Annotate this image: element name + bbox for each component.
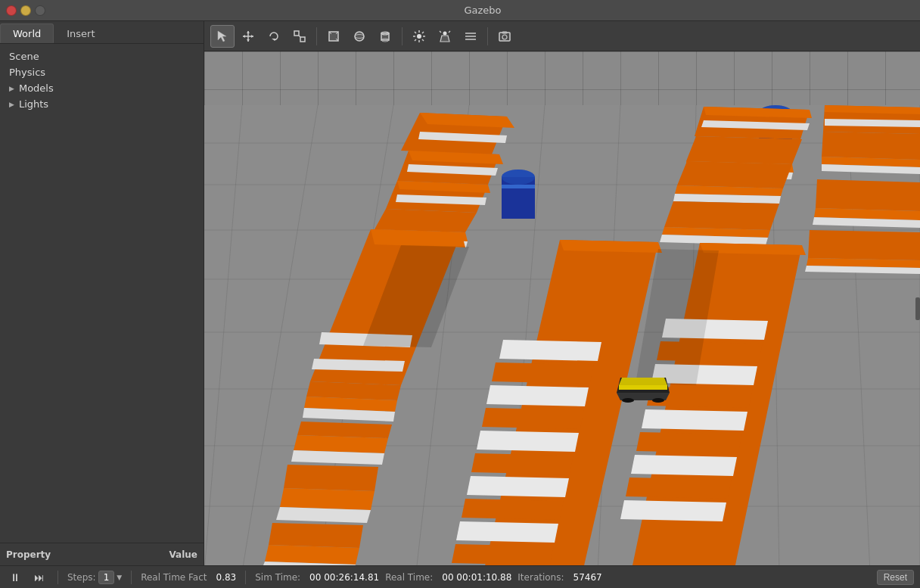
svg-line-27 — [422, 32, 424, 33]
svg-line-30 — [440, 31, 441, 33]
statusbar: ⏸ ⏭ Steps: 1 ▼ Real Time Fact 0.83 Sim T… — [0, 565, 920, 588]
svg-rect-9 — [300, 37, 305, 42]
svg-marker-128 — [452, 544, 554, 565]
tab-bar: World Insert — [0, 21, 204, 44]
sphere-tool-button[interactable] — [347, 25, 371, 48]
svg-point-146 — [622, 398, 634, 403]
svg-line-25 — [415, 32, 416, 33]
close-button[interactable] — [6, 5, 17, 16]
svg-marker-115 — [265, 545, 359, 565]
tree-item-lights[interactable]: Lights — [0, 96, 204, 112]
status-sep-2 — [131, 571, 132, 584]
app-title: Gazebo — [51, 5, 914, 16]
select-tool-button[interactable] — [210, 25, 235, 48]
svg-marker-111 — [284, 465, 378, 491]
property-col-header: Property — [6, 549, 169, 560]
svg-marker-125 — [467, 476, 569, 497]
point-light-button[interactable] — [407, 25, 431, 48]
value-col-header: Value — [169, 549, 197, 560]
svg-line-26 — [422, 39, 424, 41]
svg-marker-124 — [471, 453, 573, 474]
real-time-value: 00 00:01:10.88 — [442, 572, 511, 583]
sim-time-label: Sim Time: — [255, 572, 300, 583]
rotate-tool-button[interactable] — [262, 25, 286, 48]
iterations-value: 57467 — [573, 572, 602, 583]
tab-insert[interactable]: Insert — [54, 23, 107, 43]
translate-tool-button[interactable] — [236, 25, 260, 48]
svg-marker-137 — [631, 455, 737, 476]
svg-marker-89 — [816, 179, 920, 211]
svg-marker-6 — [251, 35, 253, 38]
status-sep-3 — [245, 571, 246, 584]
svg-marker-114 — [269, 523, 363, 548]
svg-marker-92 — [808, 230, 920, 260]
titlebar: Gazebo — [0, 0, 920, 21]
spot-light-button[interactable] — [433, 25, 457, 48]
tab-world[interactable]: World — [0, 23, 54, 43]
svg-marker-109 — [294, 435, 388, 453]
svg-marker-98 — [664, 201, 779, 230]
svg-marker-119 — [499, 340, 601, 361]
svg-marker-139 — [620, 500, 726, 521]
svg-marker-66 — [375, 209, 477, 232]
svg-marker-3 — [247, 31, 250, 33]
svg-marker-123 — [477, 431, 579, 452]
svg-line-10 — [299, 36, 300, 37]
svg-marker-120 — [492, 362, 594, 384]
svg-marker-5 — [243, 35, 245, 38]
maximize-button[interactable] — [35, 5, 45, 16]
svg-marker-102 — [371, 229, 465, 247]
svg-point-71 — [502, 170, 535, 185]
pause-icon: ⏸ — [10, 571, 20, 583]
pause-button[interactable]: ⏸ — [6, 569, 24, 586]
scene-area[interactable] — [204, 51, 920, 565]
svg-marker-122 — [482, 408, 584, 429]
steps-arrow-icon[interactable]: ▼ — [117, 574, 122, 581]
svg-marker-86 — [822, 132, 920, 160]
steps-control: Steps: 1 ▼ — [67, 571, 122, 584]
svg-marker-126 — [462, 499, 564, 520]
box-tool-button[interactable] — [322, 25, 346, 48]
svg-marker-136 — [636, 432, 742, 453]
svg-marker-138 — [626, 478, 732, 499]
steps-label: Steps: — [67, 572, 96, 583]
svg-point-18 — [381, 32, 389, 35]
rt-fact-label: Real Time Fact — [141, 572, 207, 583]
svg-marker-95 — [677, 161, 792, 188]
svg-marker-80 — [686, 136, 802, 164]
left-panel: World Insert Scene Physics Models Lights… — [0, 21, 204, 565]
toolbar-sep-1 — [316, 27, 317, 45]
minimize-button[interactable] — [20, 5, 31, 16]
tree-item-models[interactable]: Models — [0, 80, 204, 96]
viewport-resize-handle[interactable] — [915, 297, 920, 320]
property-panel-header: Property Value — [0, 543, 204, 565]
steps-value[interactable]: 1 — [98, 571, 115, 584]
world-tree: Scene Physics Models Lights — [0, 44, 204, 543]
scale-tool-button[interactable] — [288, 25, 312, 48]
svg-marker-135 — [642, 409, 748, 431]
svg-point-15 — [355, 32, 364, 41]
svg-line-28 — [415, 39, 416, 41]
iterations-label: Iterations: — [518, 572, 564, 583]
tree-item-physics[interactable]: Physics — [0, 64, 204, 80]
tree-item-scene[interactable]: Scene — [0, 48, 204, 64]
svg-point-147 — [652, 398, 664, 403]
toolbar-sep-2 — [402, 27, 402, 45]
sim-time-value: 00 00:26:14.81 — [309, 572, 379, 583]
step-button[interactable]: ⏭ — [30, 569, 48, 586]
svg-line-31 — [449, 31, 450, 33]
cylinder-tool-button[interactable] — [373, 25, 397, 48]
dir-light-button[interactable] — [458, 25, 483, 48]
svg-marker-4 — [247, 39, 250, 42]
svg-rect-72 — [502, 185, 535, 188]
viewport[interactable] — [204, 21, 920, 565]
scene-svg — [204, 51, 920, 565]
svg-marker-127 — [456, 521, 558, 543]
toolbar — [204, 21, 920, 51]
svg-marker-112 — [280, 488, 375, 510]
status-sep-1 — [58, 571, 58, 584]
step-icon: ⏭ — [34, 571, 45, 583]
screenshot-button[interactable] — [493, 25, 517, 48]
reset-button[interactable]: Reset — [877, 570, 914, 585]
svg-marker-121 — [486, 385, 589, 406]
